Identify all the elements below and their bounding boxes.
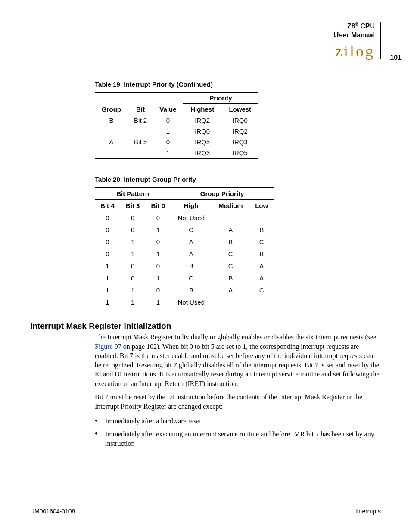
table-cell: B (249, 224, 274, 236)
table-cell: 1 (145, 296, 171, 308)
p1-text-b: on page 102). When bit 0 to bit 5 are se… (95, 343, 380, 387)
footer-docnum: UM001604-0108 (30, 508, 75, 515)
table-cell: C (249, 284, 274, 296)
table-cell: 0 (120, 260, 146, 272)
table-cell: B (95, 115, 128, 126)
table19: Priority Group Bit Value Highest Lowest … (95, 92, 258, 159)
table-cell: 1 (153, 126, 183, 137)
table-row: 1IRQ3IRQ5 (95, 147, 258, 159)
t19-priority-head: Priority (183, 92, 258, 103)
table-cell: A (212, 224, 249, 236)
table-cell: IRQ2 (183, 115, 222, 126)
table-cell: C (171, 224, 212, 236)
bullet-list: Immediately after a hardware resetImmedi… (95, 416, 381, 448)
table-row: 100BCA (95, 260, 274, 272)
table-cell (128, 147, 153, 159)
table20-caption: Table 20. Interrupt Group Priority (95, 176, 381, 183)
section-para-1: The Interrupt Mask Register individually… (95, 333, 381, 389)
t20-col-bit4: Bit 4 (95, 199, 120, 212)
table-cell: 1 (120, 236, 146, 248)
table-cell: 0 (95, 224, 120, 236)
table-cell: 1 (120, 296, 146, 308)
table-cell (212, 296, 249, 308)
table-cell: 1 (95, 272, 120, 284)
t19-col-group: Group (95, 103, 128, 115)
table-cell: 0 (120, 212, 146, 224)
t20-col-high: High (171, 199, 212, 212)
table-cell: A (249, 260, 274, 272)
table-row: 110BAC (95, 284, 274, 296)
table-row: ABit 50IRQ5IRQ3 (95, 137, 258, 147)
doc-cpu: CPU (358, 22, 375, 30)
reg-mark: ® (355, 22, 358, 27)
table-cell: B (212, 236, 249, 248)
table-row: BBit 20IRQ2IRQ0 (95, 115, 258, 126)
table-cell: C (212, 248, 249, 260)
table-cell: 1 (95, 260, 120, 272)
zilog-logo: zilog (335, 44, 375, 59)
table-cell: 0 (120, 224, 146, 236)
table-cell: C (171, 272, 212, 284)
table-cell: IRQ2 (221, 126, 258, 137)
table-row: 011ACB (95, 248, 274, 260)
table-cell: IRQ3 (221, 137, 258, 147)
t20-col-bit3: Bit 3 (120, 199, 146, 212)
page-number-top: 101 (390, 54, 402, 62)
table-cell: 1 (145, 248, 171, 260)
t19-col-lowest: Lowest (221, 103, 258, 115)
table-cell: A (95, 137, 128, 147)
table-cell: IRQ0 (221, 115, 258, 126)
t20-col-low: Low (249, 199, 274, 212)
table-cell: A (171, 236, 212, 248)
t19-col-highest: Highest (183, 103, 222, 115)
table-cell: 1 (145, 224, 171, 236)
table-cell: B (212, 272, 249, 284)
table-cell: Bit 5 (128, 137, 153, 147)
table-cell (249, 212, 274, 224)
p1-text-a: The Interrupt Mask Register individually… (95, 333, 376, 341)
table-cell: A (249, 272, 274, 284)
footer-section: Interrupts (355, 508, 381, 515)
table-cell: Not Used (171, 296, 212, 308)
figure97-link[interactable]: Figure 97 (95, 343, 121, 350)
table-cell: 1 (153, 147, 183, 159)
table-cell: 0 (153, 137, 183, 147)
table-cell: Bit 2 (128, 115, 153, 126)
table-cell: IRQ0 (183, 126, 222, 137)
table-cell: 0 (153, 115, 183, 126)
t19-col-value: Value (153, 103, 183, 115)
table-cell (212, 212, 249, 224)
table-cell: 0 (120, 272, 146, 284)
table-row: 001CAB (95, 224, 274, 236)
table-cell: B (171, 284, 212, 296)
table-cell: A (171, 248, 212, 260)
table-cell (95, 147, 128, 159)
section-para-2: Bit 7 must be reset by the DI instructio… (95, 392, 381, 411)
table-cell: 0 (95, 236, 120, 248)
table-cell: 1 (120, 284, 146, 296)
t20-col-medium: Medium (212, 199, 249, 212)
table-cell: C (212, 260, 249, 272)
table-row: 111Not Used (95, 296, 274, 308)
table-cell: C (249, 236, 274, 248)
doc-product: Z8 (347, 22, 355, 30)
table-cell: 0 (145, 236, 171, 248)
table-cell (95, 126, 128, 137)
table-cell: B (171, 260, 212, 272)
table-cell (128, 126, 153, 137)
section-heading: Interrupt Mask Register Initialization (30, 321, 381, 331)
t20-grouppriority-head: Group Priority (171, 187, 274, 199)
t19-col-bit: Bit (128, 103, 153, 115)
table-cell: Not Used (171, 212, 212, 224)
table-cell: 0 (95, 248, 120, 260)
table-cell: B (249, 248, 274, 260)
table-cell: A (212, 284, 249, 296)
table-cell: 0 (145, 212, 171, 224)
table-row: 010ABC (95, 236, 274, 248)
list-item: Immediately after a hardware reset (105, 416, 381, 426)
table-cell: 0 (145, 260, 171, 272)
table-cell: 1 (120, 248, 146, 260)
table-cell: IRQ5 (183, 137, 222, 147)
table-cell: 1 (95, 296, 120, 308)
doc-title: Z8® CPU User Manual (334, 22, 375, 40)
